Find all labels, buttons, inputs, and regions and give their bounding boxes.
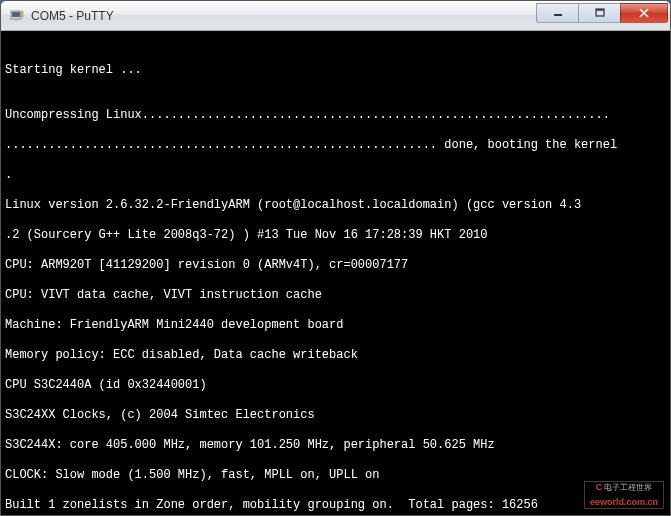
terminal-line: CLOCK: Slow mode (1.500 MHz), fast, MPLL… (5, 468, 666, 483)
terminal-line: Memory policy: ECC disabled, Data cache … (5, 348, 666, 363)
terminal-line: S3C24XX Clocks, (c) 2004 Simtec Electron… (5, 408, 666, 423)
terminal-output[interactable]: Starting kernel ... Uncompressing Linux.… (1, 31, 670, 515)
terminal-line: S3C244X: core 405.000 MHz, memory 101.25… (5, 438, 666, 453)
maximize-button[interactable] (578, 3, 620, 23)
terminal-line: Uncompressing Linux.....................… (5, 108, 666, 123)
titlebar[interactable]: COM5 - PuTTY (1, 1, 670, 31)
svg-rect-2 (14, 19, 18, 21)
terminal-line: CPU: ARM920T [41129200] revision 0 (ARMv… (5, 258, 666, 273)
putty-window: COM5 - PuTTY Starting kernel ... Uncompr… (0, 0, 671, 516)
app-icon (9, 8, 25, 24)
terminal-line: .2 (Sourcery G++ Lite 2008q3-72) ) #13 T… (5, 228, 666, 243)
window-title: COM5 - PuTTY (31, 9, 536, 23)
terminal-line: Starting kernel ... (5, 63, 666, 78)
terminal-line: Linux version 2.6.32.2-FriendlyARM (root… (5, 198, 666, 213)
watermark-url: eeworld.com.cn (590, 495, 658, 510)
terminal-line: ........................................… (5, 138, 666, 153)
close-button[interactable] (620, 3, 668, 23)
terminal-line: CPU: VIVT data cache, VIVT instruction c… (5, 288, 666, 303)
svg-rect-1 (12, 12, 20, 17)
terminal-line: Machine: FriendlyARM Mini2440 developmen… (5, 318, 666, 333)
terminal-line: Built 1 zonelists in Zone order, mobilit… (5, 498, 666, 513)
window-controls (536, 8, 668, 23)
terminal-line: CPU S3C2440A (id 0x32440001) (5, 378, 666, 393)
minimize-button[interactable] (536, 3, 578, 23)
watermark: C C 电子工程世界电子工程世界 eeworld.com.cn (584, 481, 664, 509)
terminal-line: . (5, 168, 666, 183)
